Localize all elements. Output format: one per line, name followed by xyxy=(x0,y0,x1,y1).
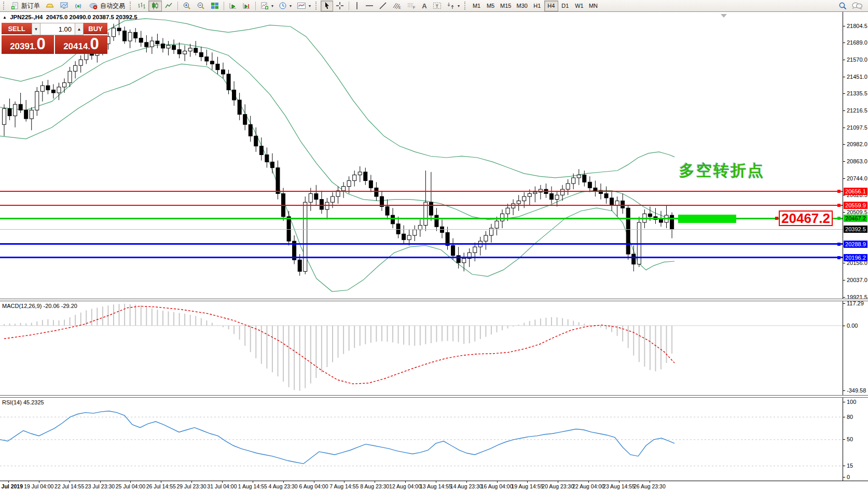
chart-shift-button[interactable] xyxy=(240,1,253,11)
symbol-header: ▲ JPN225-,H4 20475.0 20490.0 20387.5 203… xyxy=(3,14,137,20)
text-tool-button[interactable]: A xyxy=(419,1,430,11)
arrows-icon xyxy=(447,2,455,10)
price-label-box[interactable]: 20467.2 xyxy=(779,211,833,226)
auto-scroll-button[interactable] xyxy=(226,1,240,11)
level-marker[interactable] xyxy=(837,204,841,207)
toolbar-grip[interactable] xyxy=(130,2,133,10)
level-marker[interactable] xyxy=(837,243,841,246)
bar-chart-icon xyxy=(137,2,146,10)
sell-button[interactable]: SELL xyxy=(2,23,32,35)
new-order-button[interactable]: 新订单 xyxy=(8,1,43,11)
rsi-label: RSI(14) 45.2325 xyxy=(2,399,44,405)
rsi-panel-splitter[interactable] xyxy=(0,395,868,398)
candle-chart-button[interactable] xyxy=(148,1,162,11)
zoom-in-button[interactable] xyxy=(180,1,194,11)
one-click-trading-panel: SELL ▼ ▲ BUY 20391.0 20414.0 xyxy=(2,23,107,54)
cursor-tool-button[interactable] xyxy=(321,1,333,11)
chat-icon[interactable] xyxy=(851,2,863,10)
price-tick-label: 21689.0 xyxy=(847,39,867,46)
volume-input[interactable] xyxy=(40,23,75,35)
arrows-tool-button[interactable]: ▾ xyxy=(444,1,462,11)
collapse-arrow-icon[interactable]: ▲ xyxy=(3,15,7,20)
volume-down-button[interactable]: ▼ xyxy=(32,23,40,35)
vertical-line-icon xyxy=(354,2,360,10)
buy-price[interactable]: 20414.0 xyxy=(55,35,107,54)
macd-panel-splitter[interactable] xyxy=(0,299,868,301)
text-label-tool-button[interactable]: T xyxy=(430,1,444,11)
rsi-scale-label: 15 xyxy=(847,462,853,469)
toolbar-separator xyxy=(349,2,349,10)
zoom-out-button[interactable] xyxy=(194,1,208,11)
line-chart-button[interactable] xyxy=(162,1,175,11)
highlight-zone[interactable] xyxy=(678,215,736,223)
level-marker[interactable] xyxy=(837,217,841,220)
vline-tool-button[interactable] xyxy=(351,1,363,11)
price-tick-label: 21335.5 xyxy=(847,90,867,96)
chart-shift-icon xyxy=(242,2,251,10)
label-connector-marker[interactable] xyxy=(775,217,778,220)
signals-button[interactable] xyxy=(72,1,86,11)
template-button[interactable]: ▾ xyxy=(294,1,313,11)
tf-m1-button[interactable]: M1 xyxy=(470,1,484,11)
level-line-20559.9[interactable] xyxy=(0,205,843,206)
level-line-20288.9[interactable] xyxy=(0,243,843,245)
toolbar-grip[interactable] xyxy=(315,2,319,10)
sell-price[interactable]: 20391.0 xyxy=(2,35,54,54)
turning-point-annotation[interactable]: 多空转折点 xyxy=(679,160,765,181)
rsi-scale-label: 100 xyxy=(847,399,856,405)
autotrading-icon xyxy=(89,2,98,10)
macd-tick-mark xyxy=(843,390,845,391)
price-tick-label: 21451.0 xyxy=(847,74,867,80)
level-line-20656.1[interactable] xyxy=(0,191,843,192)
cursor-icon xyxy=(323,2,330,10)
sell-price-big: 0 xyxy=(37,35,46,53)
tile-windows-button[interactable] xyxy=(208,1,222,11)
price-tick-mark xyxy=(843,195,845,195)
chart-canvas[interactable] xyxy=(0,0,868,491)
price-badge-20467.2: 20467.2 xyxy=(844,215,867,222)
period-button[interactable]: ▾ xyxy=(276,1,294,11)
price-tick-mark xyxy=(843,178,845,179)
fibo-grid-tool-button[interactable]: F xyxy=(404,1,419,11)
auto-scroll-icon xyxy=(229,2,237,10)
market-watch-button[interactable] xyxy=(43,1,57,11)
add-indicator-button[interactable]: ▾ xyxy=(258,1,276,11)
chart-window: ▲ JPN225-,H4 20475.0 20490.0 20387.5 203… xyxy=(0,0,868,491)
tf-d1-button[interactable]: D1 xyxy=(558,1,572,11)
symbol-ohlc: 20475.0 20490.0 20387.5 20392.5 xyxy=(46,14,137,20)
tf-m30-button[interactable]: M30 xyxy=(514,1,530,11)
price-badge-20392.5: 20392.5 xyxy=(844,226,867,233)
bar-chart-button[interactable] xyxy=(135,1,148,11)
rsi-line xyxy=(0,411,674,464)
tf-mn-button[interactable]: MN xyxy=(586,1,600,11)
toolbar-grip[interactable] xyxy=(3,2,6,10)
price-badge-20196.2: 20196.2 xyxy=(844,254,867,261)
autoscroll-triangle-icon[interactable] xyxy=(721,14,727,18)
level-marker[interactable] xyxy=(837,190,841,193)
tf-h1-button[interactable]: H1 xyxy=(530,1,544,11)
crosshair-tool-button[interactable] xyxy=(333,1,347,11)
level-line-20392.5[interactable] xyxy=(0,229,843,230)
hline-tool-button[interactable] xyxy=(363,1,376,11)
terminal-button[interactable] xyxy=(57,1,72,11)
fibonacci-tool-button[interactable]: E xyxy=(390,1,404,11)
sell-price-int: 20391 xyxy=(10,38,34,55)
toolbar-grip[interactable] xyxy=(464,2,467,10)
autotrading-button[interactable]: 自动交易 xyxy=(86,1,128,11)
price-tick-label: 21216.5 xyxy=(847,107,867,114)
price-tick-label: 21570.0 xyxy=(847,57,867,63)
level-marker[interactable] xyxy=(837,256,841,259)
price-axis-line xyxy=(843,12,843,481)
volume-up-button[interactable]: ▲ xyxy=(75,23,84,35)
svg-text:F: F xyxy=(413,6,415,9)
trendline-tool-button[interactable] xyxy=(376,1,390,11)
buy-button[interactable]: BUY xyxy=(84,23,107,35)
tf-h4-button[interactable]: H4 xyxy=(544,1,558,11)
tf-w1-button[interactable]: W1 xyxy=(572,1,586,11)
zoom-out-icon xyxy=(197,2,205,10)
tf-m5-button[interactable]: M5 xyxy=(484,1,498,11)
search-icon[interactable] xyxy=(838,2,847,10)
signal-icon xyxy=(74,2,84,10)
tf-m15-button[interactable]: M15 xyxy=(498,1,514,11)
level-line-20196.2[interactable] xyxy=(0,257,843,258)
